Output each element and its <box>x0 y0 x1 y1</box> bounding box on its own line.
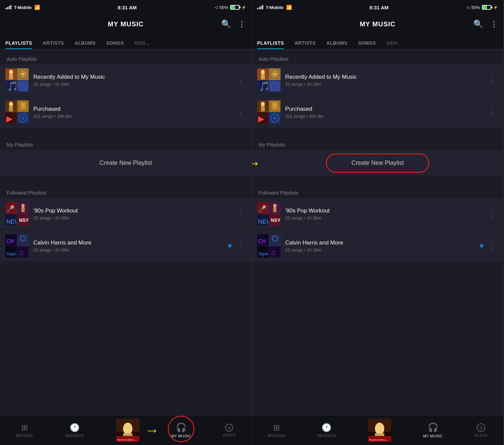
tab-bar-right: PLAYLISTS ARTISTS ALBUMS SONGS GEN... <box>252 33 503 49</box>
thumb-calvin-left: CH Sigala ♫ <box>5 234 29 258</box>
thumb-cell-r4 <box>269 80 281 92</box>
playlist-calvin-left[interactable]: CH Sigala ♫ Calvin Harris and More 23 so… <box>0 230 251 262</box>
tab-albums-left[interactable]: ALBUMS <box>69 40 101 49</box>
thumb-90s-right: 🎤 NEW NSYNC <box>257 202 281 226</box>
tab-albums-right[interactable]: ALBUMS <box>321 40 353 49</box>
thumb-cell-p3: ▶ <box>5 112 17 124</box>
nav-mymusic-left[interactable]: 🎧 MY MUSIC <box>171 422 191 438</box>
tab-genre-left[interactable]: GEN... <box>129 40 155 49</box>
more-recently-added-right[interactable]: ⋮ <box>486 73 498 87</box>
search-icon-right[interactable]: 🔍 <box>473 19 483 29</box>
nav-album-art-right[interactable]: Reinhold Mess... <box>368 419 391 442</box>
header-icons-left: 🔍 ⋮ <box>221 19 246 29</box>
svg-point-11 <box>22 85 24 87</box>
nav-recents-left[interactable]: 🕐 RECENTS <box>65 423 84 438</box>
recents-icon-left: 🕐 <box>70 423 80 432</box>
tab-bar-left: PLAYLISTS ARTISTS ALBUMS SONGS GEN... <box>0 33 251 49</box>
tab-songs-left[interactable]: SONGS <box>101 40 129 49</box>
svg-rect-2 <box>9 74 13 79</box>
playlist-calvin-right[interactable]: CH Sigala ♫ Calvin Harris and More 23 so… <box>252 230 503 262</box>
create-playlist-label-left: Create New Playlist <box>99 159 152 166</box>
tab-artists-left[interactable]: ARTISTS <box>37 40 69 49</box>
search-icon-left[interactable]: 🔍 <box>221 19 231 29</box>
nav-alexa-right[interactable]: ◎ ALEXA <box>475 423 487 437</box>
nav-browse-right[interactable]: ⊞ BROWSE <box>268 423 285 438</box>
thumb-cell-ca: CH <box>5 234 17 246</box>
app-header-right: MY MUSIC 🔍 ⋮ <box>252 15 503 33</box>
alexa-label-left: ALEXA <box>223 433 235 437</box>
more-calvin-left[interactable]: ⋮ <box>234 239 246 253</box>
section-my-playlists-right: My Playlists <box>252 135 503 150</box>
svg-text:Reinhold Mess...: Reinhold Mess... <box>117 439 136 441</box>
more-recently-added-left[interactable]: ⋮ <box>234 73 246 87</box>
svg-point-90 <box>375 423 384 435</box>
playlist-recently-added-right[interactable]: 🎵 Recently Added to My Music 22 songs • … <box>252 64 503 96</box>
nav-album-art-left[interactable]: Reinhold Mess... → <box>116 419 139 442</box>
tab-genre-right[interactable]: GEN... <box>381 40 407 49</box>
time-left: 8:31 AM <box>118 5 137 10</box>
status-right-left: ◁ 55% ⚡ <box>214 5 246 10</box>
thumb-cell-cb <box>17 234 29 246</box>
svg-point-27 <box>21 204 25 208</box>
playlist-90s-left[interactable]: 🎤 NEW NSYNC '90s Pop Workout 23 songs • … <box>0 198 251 230</box>
nav-mymusic-right[interactable]: 🎧 MY MUSIC <box>423 422 443 438</box>
nav-browse-left[interactable]: ⊞ BROWSE <box>16 423 33 438</box>
thumb-cell-cd: ♫ <box>17 246 29 258</box>
svg-text:CH: CH <box>6 239 14 244</box>
playlist-meta-purchased-left: 321 songs • 20h 6m <box>33 114 234 119</box>
right-panel: T-Mobile 📶 8:31 AM ◁ 55% ⚡ MY MUSIC 🔍 ⋮ … <box>252 0 504 445</box>
more-90s-left[interactable]: ⋮ <box>234 207 246 220</box>
svg-point-13 <box>9 102 13 106</box>
alexa-icon-right: ◎ <box>477 423 485 432</box>
playlist-purchased-left[interactable]: ▶ Purchased 321 songs • 20h 6m ⋮ <box>0 96 251 128</box>
svg-point-52 <box>274 73 276 75</box>
yellow-arrow-mymusic-left: → <box>145 423 159 438</box>
tab-playlists-right[interactable]: PLAYLISTS <box>252 40 289 49</box>
create-playlist-wrapper-right: → Create New Playlist <box>252 150 503 176</box>
playlist-name-90s-left: '90s Pop Workout <box>33 207 234 214</box>
playlist-recently-added-left[interactable]: 🎵 Recently Added to My Music 22 songs • … <box>0 64 251 96</box>
playlist-meta-recently-added-left: 22 songs • 1h 29m <box>33 82 234 87</box>
nav-recents-right[interactable]: 🕐 RECENTS <box>317 423 336 438</box>
playlist-meta-recently-added-right: 22 songs • 1h 29m <box>285 82 486 87</box>
more-90s-right[interactable]: ⋮ <box>486 207 498 220</box>
playlist-purchased-right[interactable]: ▶ Purchased 321 songs • 20h 6m ⋮ <box>252 96 503 128</box>
svg-text:CH: CH <box>258 239 266 244</box>
battery-percent-right: 55% <box>471 5 480 10</box>
location-icon-right: ◁ <box>466 5 469 10</box>
thumb-cell-r2 <box>269 68 281 80</box>
mymusic-label-right: MY MUSIC <box>423 434 443 438</box>
svg-rect-14 <box>9 106 13 111</box>
wifi-icon-right: 📶 <box>286 5 292 10</box>
header-icons-right: 🔍 ⋮ <box>473 19 498 29</box>
create-playlist-left[interactable]: Create New Playlist <box>0 150 251 176</box>
svg-rect-28 <box>21 207 25 212</box>
tab-songs-right[interactable]: SONGS <box>353 40 381 49</box>
svg-point-23 <box>21 116 25 120</box>
album-art-nav-right: Reinhold Mess... <box>368 419 391 442</box>
more-purchased-left[interactable]: ⋮ <box>234 105 246 119</box>
thumb-cell-cra: CH <box>257 234 269 246</box>
location-icon-left: ◁ <box>214 5 217 10</box>
nav-alexa-left[interactable]: ◎ ALEXA <box>223 424 235 437</box>
playlist-info-purchased-right: Purchased 321 songs • 20h 6m <box>285 106 486 119</box>
tab-playlists-left[interactable]: PLAYLISTS <box>0 40 37 49</box>
more-purchased-right[interactable]: ⋮ <box>486 105 498 119</box>
playlist-name-purchased-left: Purchased <box>33 106 234 112</box>
thumb-cell-4 <box>17 80 29 92</box>
app-header-left: MY MUSIC 🔍 ⋮ <box>0 15 251 33</box>
more-icon-right[interactable]: ⋮ <box>490 19 498 29</box>
svg-text:♫: ♫ <box>18 249 24 257</box>
browse-label-left: BROWSE <box>16 434 33 438</box>
playlist-90s-right[interactable]: 🎤 NEW NSYNC '90s Pop Workout 23 songs • … <box>252 198 503 230</box>
create-playlist-right[interactable]: Create New Playlist <box>252 150 503 176</box>
thumb-calvin-right: CH Sigala ♫ <box>257 234 281 258</box>
blue-dot-calvin-left <box>228 244 231 248</box>
more-icon-left[interactable]: ⋮ <box>238 19 246 29</box>
more-calvin-right[interactable]: ⋮ <box>486 239 498 253</box>
thumb-recently-added-left: 🎵 <box>5 68 29 92</box>
tab-artists-right[interactable]: ARTISTS <box>289 40 321 49</box>
status-left: T-Mobile 📶 <box>5 5 40 10</box>
battery-icon-right <box>482 5 491 10</box>
svg-text:▶: ▶ <box>6 114 13 123</box>
